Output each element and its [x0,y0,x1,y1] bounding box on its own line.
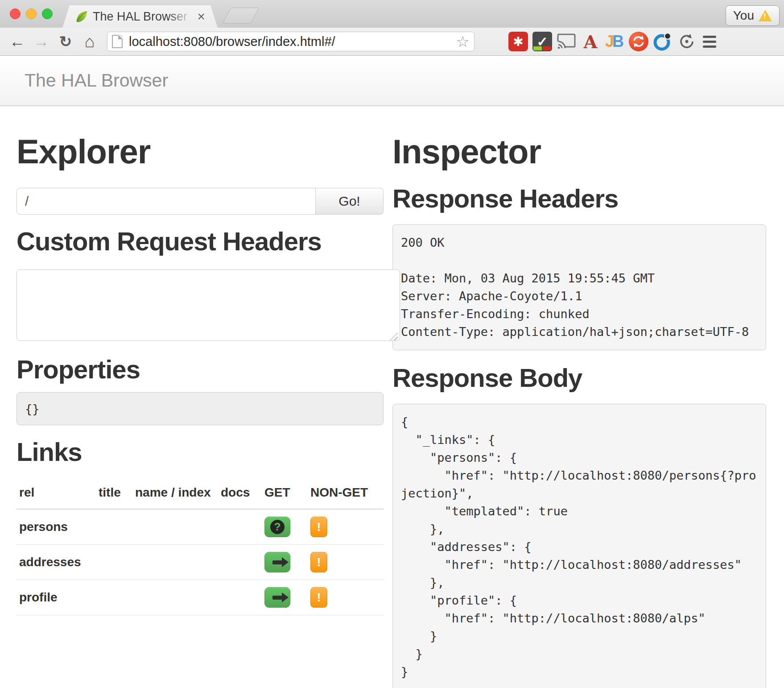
get-button[interactable] [264,587,290,608]
menu-button[interactable] [699,31,720,52]
new-tab-button[interactable] [222,8,259,24]
link-rel: profile [19,590,58,604]
sync-extension-icon[interactable] [629,32,648,51]
inspector-title: Inspector [392,132,766,171]
lastpass-extension-icon[interactable]: ✱ [508,32,528,51]
path-input[interactable] [17,188,316,215]
non-get-button[interactable]: ! [310,587,327,608]
column-header-title: title [96,478,132,509]
explorer-panel: Explorer Go! Custom Request Headers Prop… [17,106,384,688]
properties-box: {} [17,392,384,425]
extension-row: ✱ ✓ A JB [508,32,697,51]
custom-headers-textarea[interactable] [17,269,400,341]
window-close-button[interactable] [10,8,21,19]
browser-tab[interactable]: The HAL Browser (customiz × [62,5,218,28]
profile-button[interactable]: You [726,5,780,26]
exclamation-icon: ! [317,520,321,534]
link-rel: addresses [19,555,81,569]
back-button[interactable]: ← [7,31,28,52]
a-extension-icon[interactable]: A [581,32,600,51]
response-headers-title: Response Headers [392,183,766,213]
exclamation-icon: ! [317,590,321,605]
non-get-button[interactable]: ! [310,517,327,537]
page: The HAL Browser Explorer Go! Custom Requ… [0,56,784,688]
response-body-box: { "_links": { "persons": { "href": "http… [392,404,766,688]
chromecast-extension-icon[interactable] [557,32,576,51]
explorer-title: Explorer [17,132,384,171]
properties-value: {} [25,402,40,416]
exclamation-icon: ! [317,555,321,569]
browser-toolbar: ← → ↻ ⌂ localhost:8080/browser/index.htm… [0,28,784,56]
response-headers-box: 200 OK Date: Mon, 03 Aug 2015 19:55:45 G… [392,224,766,350]
get-button[interactable] [264,552,290,572]
properties-title: Properties [17,354,384,384]
custom-headers-wrap [17,256,400,343]
response-body-title: Response Body [392,363,766,393]
path-input-group: Go! [17,188,384,215]
site-title: The HAL Browser [25,70,168,91]
question-icon: ? [270,520,285,534]
tab-title: The HAL Browser (customiz [93,10,194,24]
history-sync-extension-icon[interactable] [677,32,697,51]
blue-circle-extension-icon[interactable] [653,32,673,51]
non-get-button[interactable]: ! [310,552,327,572]
tab-close-icon[interactable]: × [197,10,205,23]
column-header-get: GET [262,478,308,509]
table-row: addresses ! [17,545,384,580]
reload-button[interactable]: ↻ [55,31,76,52]
arrow-right-icon [272,560,282,564]
tab-strip: The HAL Browser (customiz × You [0,0,784,28]
table-row: persons ? ! [17,509,384,545]
todo-check-extension-icon[interactable]: ✓ [532,32,552,51]
window-minimize-button[interactable] [26,8,37,19]
column-header-rel: rel [17,478,96,509]
profile-label: You [733,8,754,23]
inspector-panel: Inspector Response Headers 200 OK Date: … [392,106,766,688]
custom-request-headers-title: Custom Request Headers [17,226,384,256]
page-icon [112,35,123,48]
arrow-right-icon [272,596,282,600]
home-button[interactable]: ⌂ [79,31,100,52]
jb-extension-icon[interactable]: JB [605,32,624,51]
links-table: rel title name / index docs GET NON-GET … [17,478,384,615]
site-navbar: The HAL Browser [0,56,784,106]
url-text[interactable]: localhost:8080/browser/index.html#/ [129,34,456,49]
go-button[interactable]: Go! [316,188,384,215]
column-header-non-get: NON-GET [308,478,384,509]
get-button[interactable]: ? [264,517,290,537]
table-row: profile ! [17,580,384,615]
address-bar[interactable]: localhost:8080/browser/index.html#/ ☆ [107,32,475,51]
link-rel: persons [19,520,68,534]
column-header-name-index: name / index [132,478,218,509]
spring-leaf-favicon [75,10,88,23]
window-zoom-button[interactable] [42,8,53,19]
links-title: Links [17,437,384,467]
links-header-row: rel title name / index docs GET NON-GET [17,478,384,509]
column-header-docs: docs [218,478,262,509]
forward-button[interactable]: → [31,31,52,52]
warning-icon [759,10,772,21]
bookmark-star-icon[interactable]: ☆ [456,33,470,50]
